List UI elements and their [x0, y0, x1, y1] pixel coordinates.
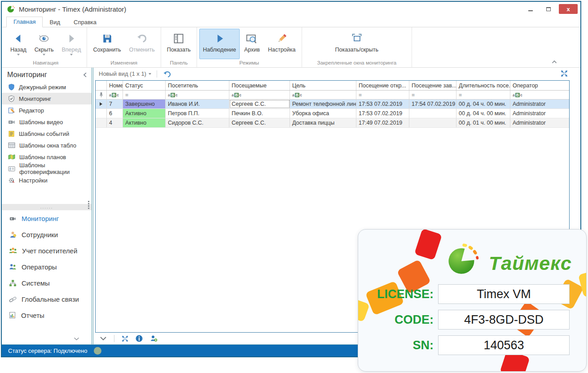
tab-spravka[interactable]: Справка — [67, 17, 103, 27]
license-value: Timex VM — [438, 284, 570, 304]
cell-number[interactable]: 6 — [107, 109, 123, 118]
cell-visit-closed[interactable] — [409, 118, 456, 127]
cell-visit-opened[interactable]: 17:53 07.02.2019 — [356, 100, 409, 108]
show-panel-button[interactable]: Показать — [163, 29, 194, 59]
cell-status[interactable]: Завершено — [123, 100, 166, 108]
cell-visited[interactable]: Сергеев С.С. — [229, 118, 290, 127]
table-row[interactable]: 4 Активно Сидоров С.С. Сергеев С.С. Дост… — [96, 118, 569, 128]
cell-purpose[interactable]: Ремонт телефонной линии — [290, 100, 356, 108]
settings-mode-button[interactable]: Настройка — [264, 29, 299, 59]
column-header-purpose[interactable]: Цель — [290, 81, 356, 90]
nav-item-reports[interactable]: Отчеты — [2, 307, 92, 323]
sidebar-item-photo-verification-templates[interactable]: Шаблоны фотоверификации — [2, 163, 92, 174]
column-header-status[interactable]: Статус — [123, 81, 166, 90]
column-header-visit-closed[interactable]: Посещение зав... — [409, 81, 456, 90]
sidebar-item-monitoring[interactable]: Мониторинг — [2, 93, 92, 104]
cell-visit-opened[interactable]: 17:49 07.02.2019 — [356, 118, 409, 127]
observe-mode-button[interactable]: Наблюдение — [199, 29, 240, 59]
cell-purpose[interactable]: Уборка офиса — [290, 109, 356, 118]
minimize-button[interactable] — [523, 4, 538, 14]
equals-filter-icon: = — [459, 92, 462, 98]
ribbon-collapse-button[interactable] — [550, 58, 559, 65]
cell-visitor[interactable]: Петров П.П. — [166, 109, 229, 118]
panel-expand-button[interactable] — [100, 336, 107, 341]
column-header-duration[interactable]: Длительность посе... — [456, 81, 510, 90]
fullscreen-button[interactable] — [561, 70, 568, 77]
sidebar-item-video-templates[interactable]: Шаблоны видео — [2, 116, 92, 128]
sidebar-item-settings[interactable]: Настройки — [2, 174, 92, 186]
column-header-number[interactable]: Номер — [107, 81, 123, 90]
cell-purpose[interactable]: Доставка пиццы — [290, 118, 356, 127]
filter-cell-operator[interactable]: aBc — [510, 91, 569, 99]
cell-visit-opened[interactable]: 17:53 07.02.2019 — [356, 109, 409, 118]
table-row[interactable]: 6 Активно Петров П.П. Печкин В.О. Уборка… — [96, 109, 569, 118]
cell-visited[interactable]: Печкин В.О. — [229, 109, 290, 118]
filter-cell-number[interactable]: aBc — [107, 91, 123, 99]
cell-visited[interactable]: Сергеев С.С. — [229, 100, 290, 108]
cell-duration[interactable]: 00 д. 04 ч. 00 мин. — [456, 100, 510, 108]
cell-operator[interactable]: Administrator — [510, 118, 569, 127]
cell-visitor[interactable]: Сидоров С.С. — [166, 118, 229, 127]
column-header-operator[interactable]: Оператор — [510, 81, 569, 90]
view-selector[interactable]: Новый вид (1 x 1) — [99, 70, 151, 77]
back-arrow-icon — [13, 32, 24, 45]
filter-pin-icon[interactable] — [96, 91, 107, 99]
table-row[interactable]: 7 Завершено Иванов И.И. Сергеев С.С. Рем… — [96, 100, 569, 109]
filter-cell-visit-closed[interactable]: = — [409, 91, 456, 99]
column-header-visit-opened[interactable]: Посещение откр... — [356, 81, 409, 90]
editor-icon — [8, 107, 15, 114]
cell-operator[interactable]: Administrator — [510, 100, 569, 108]
cell-visit-closed[interactable] — [409, 109, 456, 118]
filter-cell-visitor[interactable]: aBc — [166, 91, 229, 99]
sidebar-item-event-templates[interactable]: Шаблоны событий — [2, 128, 92, 139]
info-icon — [136, 335, 143, 342]
show-hide-windows-button[interactable]: Показать/скрыть — [332, 29, 382, 59]
sidebar-overflow-button[interactable] — [74, 337, 79, 341]
filter-cell-status[interactable]: = — [123, 91, 166, 99]
splitter-handle[interactable] — [88, 201, 90, 209]
back-button[interactable]: Назад — [7, 29, 30, 59]
cell-number[interactable]: 7 — [107, 100, 123, 108]
archive-mode-button[interactable]: Архив — [241, 29, 263, 59]
undo-button[interactable]: Отменить — [126, 29, 158, 59]
nav-item-employees[interactable]: Сотрудники — [2, 226, 92, 243]
code-value: 4F3-8GD-DSD — [438, 310, 570, 330]
close-button[interactable]: x — [559, 4, 578, 14]
nav-item-global-links[interactable]: Глобальные связи — [2, 291, 92, 307]
cell-operator[interactable]: Administrator — [510, 109, 569, 118]
chevron-down-icon — [70, 54, 73, 56]
forward-button[interactable]: Вперед — [58, 29, 85, 59]
save-button[interactable]: Сохранить — [89, 29, 124, 59]
nav-item-visitor-accounting[interactable]: Учет посетителей — [2, 243, 92, 259]
cell-status[interactable]: Активно — [123, 118, 166, 127]
fullscreen-cell-button[interactable] — [122, 335, 128, 342]
sidebar-collapse-button[interactable] — [83, 72, 87, 78]
sidebar-item-editor[interactable]: Редактор — [2, 104, 92, 116]
hide-button[interactable]: Скрыть — [31, 29, 57, 59]
cell-visit-closed[interactable]: 17:54 07.02.2019 — [409, 100, 456, 108]
filter-cell-visited[interactable]: aBc — [229, 91, 290, 99]
maximize-button[interactable] — [541, 4, 556, 14]
tab-glavnaya[interactable]: Главная — [6, 17, 43, 27]
cell-duration[interactable]: 00 д. 01 ч. 00 мин. — [456, 118, 510, 127]
sidebar-item-duty-mode[interactable]: Дежурный режим — [2, 81, 92, 93]
cell-duration[interactable]: 00 д. 04 ч. 00 мин. — [456, 109, 510, 118]
reset-view-button[interactable] — [162, 70, 171, 78]
filter-cell-purpose[interactable]: aBc — [290, 91, 356, 99]
nav-item-operators[interactable]: Операторы — [2, 259, 92, 275]
column-header-visited[interactable]: Посещаемые — [229, 81, 290, 90]
sidebar-splitter-band[interactable]: ...... — [2, 204, 92, 210]
nav-item-monitoring[interactable]: Мониторинг — [2, 210, 92, 226]
column-header-visitor[interactable]: Посетитель — [166, 81, 229, 90]
info-button[interactable] — [136, 335, 143, 342]
cell-number[interactable]: 4 — [107, 118, 123, 127]
tab-vid[interactable]: Вид — [43, 17, 67, 27]
cell-status[interactable]: Активно — [123, 109, 166, 118]
nav-item-systems[interactable]: Системы — [2, 275, 92, 291]
sidebar-item-plan-templates[interactable]: Шаблоны планов — [2, 151, 92, 163]
filter-cell-visit-opened[interactable]: = — [356, 91, 409, 99]
cell-visitor[interactable]: Иванов И.И. — [166, 100, 229, 108]
add-person-button[interactable] — [150, 335, 158, 342]
sidebar-item-board-templates[interactable]: Шаблоны окна табло — [2, 139, 92, 151]
filter-cell-duration[interactable]: = — [456, 91, 510, 99]
